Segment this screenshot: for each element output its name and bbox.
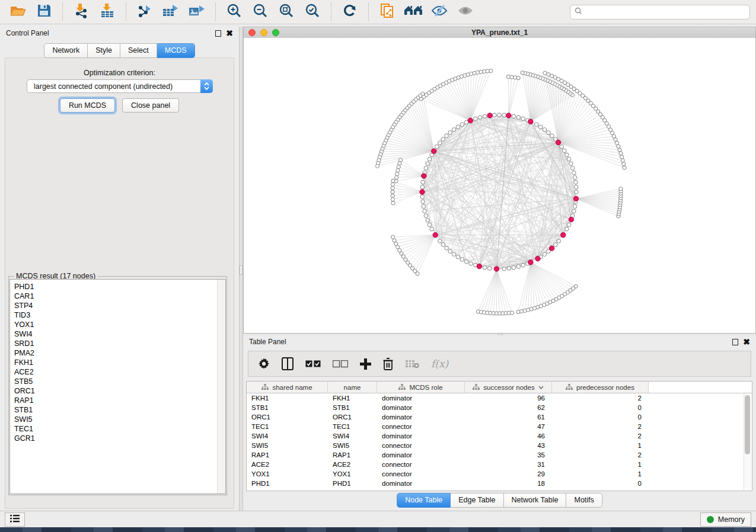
close-panel-icon[interactable]: ✖ [226,30,233,36]
mcds-result-item[interactable]: CAR1 [10,291,225,301]
table-row[interactable]: ACE2ACE2connector311 [247,460,752,469]
tab-style[interactable]: Style [88,43,120,58]
table-row[interactable]: PHD1PHD1dominator180 [247,479,752,488]
criterion-dropdown[interactable]: largest connected component (undirected) [27,79,213,93]
table-row[interactable]: STB1STB1dominator620 [247,403,752,412]
export-network-button[interactable] [133,2,157,22]
duplicate-network-button[interactable] [375,2,399,22]
tab-edge-table[interactable]: Edge Table [451,493,503,508]
mcds-result-item[interactable]: SWI4 [10,329,225,339]
split-panel-icon[interactable] [282,357,294,370]
run-mcds-button[interactable]: Run MCDS [60,98,115,113]
tab-select[interactable]: Select [120,43,157,58]
vertical-splitter[interactable] [239,27,243,511]
mcds-result-item[interactable]: GCR1 [10,434,225,443]
desktop-background [0,527,756,532]
houses-icon [404,3,423,21]
splitter-grip[interactable] [240,265,243,275]
gear-icon[interactable] [258,358,270,370]
zoom-window-icon[interactable] [272,29,279,36]
float-panel-icon[interactable] [215,30,221,37]
dropdown-stepper-icon [200,79,213,93]
task-history-button[interactable] [5,512,25,527]
show-all-button[interactable] [454,2,477,22]
refresh-button[interactable] [338,2,362,22]
table-row[interactable]: YOX1YOX1connector291 [247,469,752,479]
mcds-result-item[interactable]: ACE2 [10,367,225,377]
network-canvas[interactable] [244,38,755,333]
scrollbar-thumb[interactable] [745,395,750,454]
houses-button[interactable] [401,2,425,22]
cell-predecessor_nodes: 2 [552,423,649,430]
mcds-result-item[interactable]: ORC1 [10,386,225,396]
column-header-successor-nodes[interactable]: successor nodes [465,382,552,393]
cell-shared_name: SWI4 [247,432,328,440]
table-scrollbar[interactable] [744,393,751,490]
minimize-window-icon[interactable] [260,29,267,36]
table-row[interactable]: SWI4SWI4dominator462 [247,431,752,441]
cell-name: SWI4 [328,432,377,440]
mcds-result-item[interactable]: STB1 [10,405,225,415]
optimization-criterion-label: Optimization criterion: [5,69,234,77]
mcds-tab-content: Optimization criterion: largest connecte… [5,57,234,509]
mcds-result-items: PHD1CAR1STP4TID3YOX1SWI4SRD1PMA2FKH1ACE2… [10,280,225,443]
save-session-button[interactable] [32,2,56,22]
table-row[interactable]: ORC1ORC1dominator610 [247,412,752,422]
mcds-result-item[interactable]: SRD1 [10,339,225,348]
float-panel-icon[interactable] [732,339,738,345]
network-window-titlebar[interactable]: YPA_prune.txt_1 [244,27,755,39]
mcds-result-item[interactable]: TEC1 [10,424,225,434]
memory-status-icon [707,516,714,523]
mcds-result-item[interactable]: STP4 [10,301,225,310]
mcds-result-item[interactable]: PHD1 [10,282,225,291]
tab-motifs[interactable]: Motifs [566,493,602,508]
column-header-mcds-role[interactable]: MCDS role [377,382,465,393]
mcds-result-item[interactable]: PMA2 [10,348,225,358]
export-table-button[interactable] [159,2,183,22]
zoom-fit-button[interactable] [275,2,298,22]
close-window-icon[interactable] [248,29,256,36]
tab-network[interactable]: Network [44,43,88,58]
mcds-result-item[interactable]: SWI5 [10,415,225,424]
close-panel-icon[interactable]: ✖ [743,339,750,345]
zoom-out-button[interactable] [248,2,272,22]
search-input[interactable] [586,7,745,17]
import-table-button[interactable] [95,2,119,22]
table-row[interactable]: TEC1TEC1connector472 [247,422,752,431]
table-row[interactable]: SWI5SWI5connector431 [247,441,752,450]
import-network-button[interactable] [69,2,93,22]
table-row[interactable]: FKH1FKH1dominator962 [247,393,752,403]
close-panel-button[interactable]: Close panel [122,98,179,113]
hide-selected-button[interactable] [428,2,451,22]
tab-mcds[interactable]: MCDS [157,43,195,58]
memory-button[interactable]: Memory [700,512,751,527]
export-image-button[interactable] [185,2,209,22]
deselect-all-checkboxes-icon[interactable] [333,360,348,368]
cell-predecessor_nodes: 1 [552,442,649,449]
cell-mcds_role: connector [377,423,465,430]
zoom-in-button[interactable] [222,2,246,22]
mcds-result-item[interactable]: TID3 [10,310,225,320]
tab-node-table[interactable]: Node Table [397,493,451,508]
mcds-result-item[interactable]: YOX1 [10,320,225,329]
delete-table-icon[interactable] [405,359,419,368]
mcds-list-scrollbar[interactable] [217,280,225,493]
table-row[interactable]: RAP1RAP1dominator352 [247,450,752,460]
import-network-icon [73,3,90,21]
zoom-selected-button[interactable] [301,2,324,22]
column-header-name[interactable]: name [328,382,377,393]
delete-column-icon[interactable] [383,358,393,370]
mcds-result-item[interactable]: RAP1 [10,396,225,405]
cell-shared_name: PHD1 [247,480,328,487]
function-builder-icon[interactable]: f(x) [431,358,448,370]
tab-network-table[interactable]: Network Table [504,493,567,508]
column-header-predecessor-nodes[interactable]: predecessor nodes [552,382,649,393]
column-header-shared-name[interactable]: shared name [247,382,328,393]
add-column-icon[interactable] [360,358,371,370]
open-session-button[interactable] [6,2,30,22]
mcds-result-item[interactable]: STB5 [10,377,225,386]
cell-mcds_role: dominator [377,451,465,459]
select-all-checkboxes-icon[interactable] [305,360,321,368]
mcds-result-item[interactable]: FKH1 [10,358,225,367]
cell-name: FKH1 [328,395,377,402]
